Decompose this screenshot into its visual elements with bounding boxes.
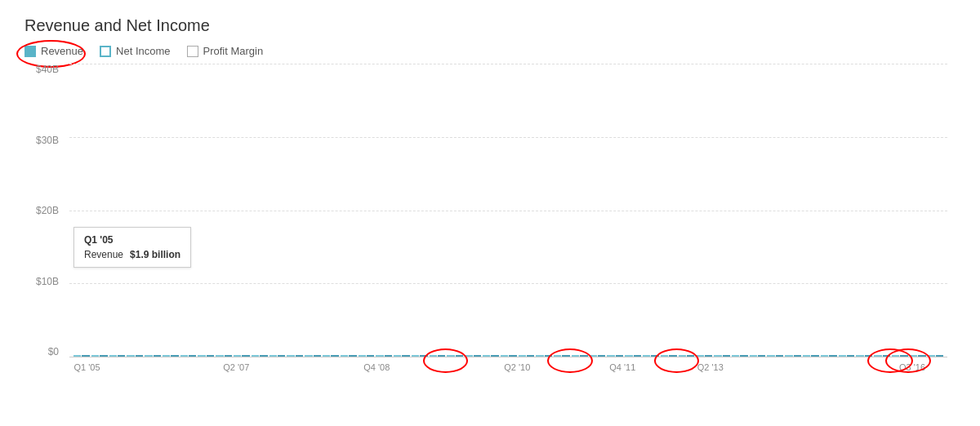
net-income-bar[interactable]: [402, 355, 409, 357]
revenue-bar[interactable]: [501, 355, 508, 357]
bar-group[interactable]: [74, 355, 90, 357]
bar-group[interactable]: [127, 355, 143, 357]
revenue-bar[interactable]: [91, 355, 99, 357]
revenue-bar[interactable]: [821, 355, 828, 357]
revenue-bar[interactable]: [714, 355, 721, 357]
bar-group[interactable]: [198, 355, 214, 357]
bar-group[interactable]: [607, 355, 623, 357]
revenue-bar[interactable]: [928, 355, 935, 357]
net-income-bar[interactable]: [900, 355, 907, 357]
net-income-bar[interactable]: [420, 355, 427, 357]
bar-group[interactable]: [163, 355, 179, 357]
net-income-bar[interactable]: [651, 355, 658, 357]
legend-profit-margin[interactable]: Profit Margin: [187, 45, 264, 57]
net-income-bar[interactable]: [154, 355, 161, 357]
bar-group[interactable]: [323, 355, 339, 357]
revenue-bar[interactable]: [572, 355, 579, 357]
net-income-bar[interactable]: [794, 355, 801, 357]
revenue-bar[interactable]: [590, 355, 597, 357]
revenue-bar[interactable]: [750, 355, 757, 357]
net-income-bar[interactable]: [491, 355, 498, 357]
bar-group[interactable]: [376, 355, 392, 357]
net-income-bar[interactable]: [669, 355, 676, 357]
net-income-bar[interactable]: [456, 355, 463, 357]
net-income-bar[interactable]: [82, 355, 89, 357]
bar-group[interactable]: [821, 355, 837, 357]
revenue-bar[interactable]: [341, 355, 348, 357]
net-income-bar[interactable]: [936, 355, 943, 357]
revenue-bar[interactable]: [892, 355, 899, 357]
bar-group[interactable]: [661, 355, 677, 357]
net-income-bar[interactable]: [616, 355, 623, 357]
bar-group[interactable]: [910, 355, 926, 357]
net-income-bar[interactable]: [776, 355, 783, 357]
revenue-bar[interactable]: [376, 355, 383, 357]
bar-group[interactable]: [536, 355, 552, 357]
bar-group[interactable]: [109, 355, 126, 357]
bar-group[interactable]: [519, 355, 535, 357]
legend-revenue[interactable]: Revenue: [24, 45, 83, 57]
net-income-bar[interactable]: [634, 355, 641, 357]
revenue-bar[interactable]: [696, 355, 703, 357]
bar-group[interactable]: [732, 355, 748, 357]
bar-group[interactable]: [856, 355, 872, 357]
revenue-bar[interactable]: [163, 355, 170, 357]
revenue-bar[interactable]: [234, 355, 241, 357]
bar-group[interactable]: [679, 355, 695, 357]
net-income-bar[interactable]: [740, 355, 747, 357]
revenue-bar[interactable]: [607, 355, 614, 357]
net-income-bar[interactable]: [225, 355, 232, 357]
bar-group[interactable]: [928, 355, 944, 357]
revenue-bar[interactable]: [180, 355, 188, 357]
bar-group[interactable]: [803, 355, 819, 357]
net-income-bar[interactable]: [562, 355, 569, 357]
revenue-bar[interactable]: [305, 355, 312, 357]
legend-net-income[interactable]: Net Income: [100, 45, 170, 57]
bar-group[interactable]: [465, 355, 481, 357]
revenue-bar[interactable]: [109, 355, 117, 357]
net-income-bar[interactable]: [723, 355, 730, 357]
net-income-bar[interactable]: [438, 355, 445, 357]
net-income-bar[interactable]: [847, 355, 854, 357]
net-income-bar[interactable]: [207, 355, 214, 357]
net-income-bar[interactable]: [242, 355, 249, 357]
revenue-bar[interactable]: [287, 355, 294, 357]
net-income-bar[interactable]: [598, 355, 605, 357]
bar-group[interactable]: [447, 355, 463, 357]
revenue-bar[interactable]: [785, 355, 792, 357]
bar-group[interactable]: [180, 355, 197, 357]
revenue-bar[interactable]: [625, 355, 632, 357]
net-income-bar[interactable]: [918, 355, 925, 357]
bar-group[interactable]: [412, 355, 428, 357]
revenue-bar[interactable]: [661, 355, 668, 357]
bar-group[interactable]: [145, 355, 161, 357]
bar-group[interactable]: [252, 355, 268, 357]
bar-group[interactable]: [270, 355, 286, 357]
revenue-bar[interactable]: [465, 355, 472, 357]
net-income-bar[interactable]: [527, 355, 534, 357]
revenue-bar[interactable]: [874, 355, 881, 357]
bar-group[interactable]: [892, 355, 908, 357]
net-income-bar[interactable]: [171, 355, 178, 357]
bar-group[interactable]: [359, 355, 375, 357]
net-income-bar[interactable]: [118, 355, 125, 357]
bar-group[interactable]: [234, 355, 250, 357]
revenue-bar[interactable]: [856, 355, 863, 357]
net-income-bar[interactable]: [349, 355, 356, 357]
revenue-bar[interactable]: [216, 355, 223, 357]
revenue-bar[interactable]: [127, 355, 134, 357]
bar-group[interactable]: [874, 355, 890, 357]
net-income-bar[interactable]: [296, 355, 303, 357]
bar-group[interactable]: [501, 355, 517, 357]
bar-group[interactable]: [394, 355, 410, 357]
bar-group[interactable]: [625, 355, 641, 357]
net-income-bar[interactable]: [314, 355, 321, 357]
net-income-bar[interactable]: [136, 355, 143, 357]
bar-group[interactable]: [767, 355, 783, 357]
revenue-bar[interactable]: [394, 355, 401, 357]
revenue-bar[interactable]: [643, 355, 650, 357]
revenue-bar[interactable]: [483, 355, 490, 357]
net-income-bar[interactable]: [385, 355, 392, 357]
revenue-bar[interactable]: [839, 355, 846, 357]
net-income-bar[interactable]: [509, 355, 516, 357]
